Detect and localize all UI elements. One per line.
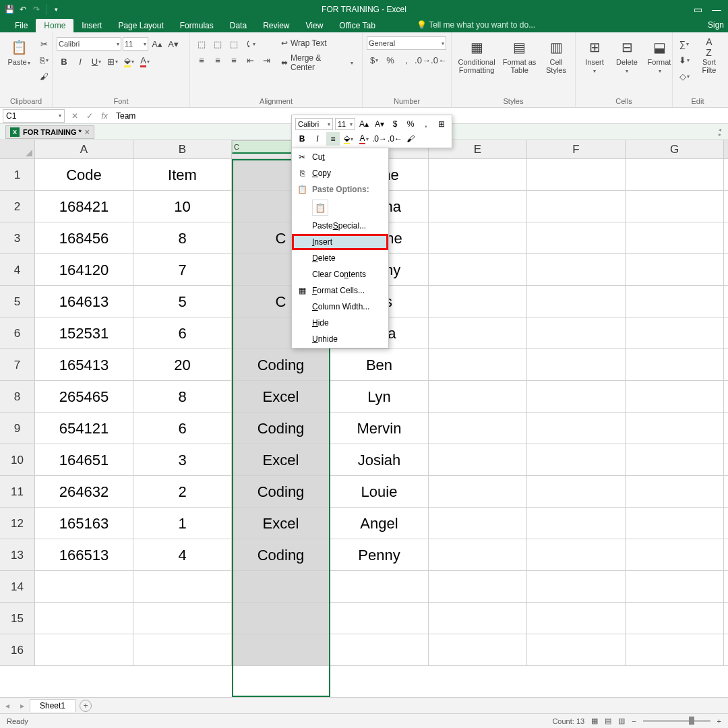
tell-me[interactable]: 💡 Tell me what you want to do... [417,20,535,30]
tab-page-layout[interactable]: Page Layout [110,19,171,32]
cell[interactable] [527,444,626,475]
cell[interactable]: Lyn [330,381,429,412]
mini-inc-decimal-icon[interactable]: .0→ [373,132,386,146]
cell[interactable]: Excel [232,381,330,412]
row-header[interactable]: 6 [0,317,35,348]
fx-icon[interactable]: fx [97,111,112,121]
sort-filter-button[interactable]: AZSort Filte [694,36,724,75]
cell[interactable] [429,222,527,253]
cell[interactable] [626,603,724,634]
underline-button[interactable]: U▾ [89,54,104,69]
row-header[interactable]: 7 [0,349,35,380]
cell[interactable]: 8 [133,381,232,412]
cell[interactable]: 6 [133,413,232,444]
cell[interactable]: 4 [133,539,232,570]
confirm-entry-icon[interactable]: ✓ [82,111,97,121]
cell[interactable] [527,381,626,412]
sign-in[interactable]: Sign [708,20,724,30]
cell[interactable]: 7 [133,254,232,285]
row-header[interactable]: 4 [0,254,35,285]
cell[interactable]: Item [133,159,232,190]
cell[interactable] [429,508,527,539]
cell[interactable] [429,603,527,634]
row-header[interactable]: 5 [0,286,35,317]
cell[interactable] [527,222,626,253]
cell[interactable] [626,413,724,444]
cell[interactable] [626,381,724,412]
increase-indent-icon[interactable]: ⇥ [259,53,274,67]
insert-cells-button[interactable]: ⊞Insert▾ [580,36,609,77]
cell[interactable] [330,634,429,665]
name-box[interactable]: C1▾ [3,109,65,123]
comma-icon[interactable]: , [399,53,414,67]
mini-bold-button[interactable]: B [295,132,309,146]
cell[interactable] [626,508,724,539]
cell[interactable]: 1 [133,508,232,539]
redo-icon[interactable]: ↷ [31,4,42,15]
cell[interactable] [429,317,527,348]
cell[interactable] [429,191,527,222]
cell[interactable] [330,571,429,602]
mini-font-color-icon[interactable]: A▾ [357,132,371,146]
cell[interactable] [527,286,626,317]
zoom-out-button[interactable]: − [632,717,636,725]
wrap-text-button[interactable]: ↩Wrap Text [276,36,358,50]
paste-button[interactable]: 📋 Paste▾ [4,36,34,69]
cell[interactable] [232,571,330,602]
row-header[interactable]: 9 [0,413,35,444]
cell[interactable]: Angel [330,508,429,539]
cell[interactable]: Ben [330,349,429,380]
ctx-delete[interactable]: Delete [292,250,388,266]
decrease-decimal-icon[interactable]: .0← [431,53,446,67]
cell[interactable] [527,539,626,570]
view-page-break-icon[interactable]: ▥ [618,717,625,725]
tab-office-tab[interactable]: Office Tab [331,19,384,32]
ctx-clear-contents[interactable]: Clear Contents [292,266,388,282]
cell[interactable] [429,634,527,665]
ctx-hide[interactable]: Hide [292,315,388,331]
cell[interactable]: 3 [133,444,232,475]
align-center-icon[interactable]: ≡ [210,53,225,67]
mini-font-size[interactable]: 11▾ [335,118,355,130]
cell[interactable] [527,254,626,285]
cut-icon[interactable]: ✂ [36,36,51,51]
cell[interactable] [429,159,527,190]
cell[interactable]: Coding [232,476,330,507]
bold-button[interactable]: B [57,54,71,69]
cell[interactable]: Excel [232,444,330,475]
cell[interactable] [35,634,133,665]
view-page-layout-icon[interactable]: ▤ [605,717,611,725]
align-top-icon[interactable]: ⬚ [194,36,209,51]
grow-font-icon[interactable]: A▴ [150,36,164,51]
cell[interactable]: Mervin [330,413,429,444]
cell[interactable] [133,603,232,634]
cell[interactable]: 164613 [35,286,133,317]
cell[interactable]: Louie [330,476,429,507]
cell[interactable]: 20 [133,349,232,380]
cell[interactable]: 6 [133,317,232,348]
mini-comma-icon[interactable]: , [419,117,433,131]
mini-fill-color-icon[interactable]: ⬙▾ [342,132,355,146]
tab-view[interactable]: View [298,19,332,32]
cell[interactable]: 265465 [35,381,133,412]
row-header[interactable]: 16 [0,634,35,665]
cell[interactable] [35,571,133,602]
tab-data[interactable]: Data [222,19,255,32]
merge-center-button[interactable]: ⬌Merge & Center▾ [276,51,358,74]
font-color-button[interactable]: A▾ [138,54,152,69]
clear-icon[interactable]: ◇▾ [677,69,692,84]
add-sheet-button[interactable]: + [80,700,92,712]
ctx-paste-special[interactable]: Paste Special... [292,218,388,234]
cell[interactable] [35,603,133,634]
col-header-A[interactable]: A [35,140,133,158]
mini-format-painter-icon[interactable]: 🖌 [404,132,417,146]
cell-styles-button[interactable]: ▥Cell Styles [541,36,571,75]
cell[interactable]: 5 [133,286,232,317]
cell[interactable]: 8 [133,222,232,253]
cell[interactable] [527,349,626,380]
row-header[interactable]: 11 [0,476,35,507]
tab-review[interactable]: Review [255,19,297,32]
sheet-nav-next-icon[interactable]: ▸ [15,701,30,710]
tab-formulas[interactable]: Formulas [172,19,222,32]
tab-home[interactable]: Home [36,19,73,32]
